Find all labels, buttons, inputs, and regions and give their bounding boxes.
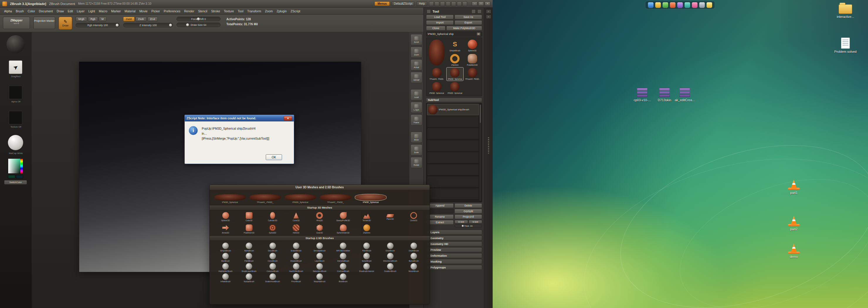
tray-drag-handle[interactable] [488,137,489,154]
subtool-empty-slot[interactable] [427,176,479,187]
alpha-selector[interactable] [9,86,22,99]
ok-button[interactable]: OK [266,154,282,160]
rgb-intensity-slider[interactable]: Rgb Intensity 100 [76,23,120,27]
brush-item[interactable]: IntensityBrush [332,253,354,262]
menu-item[interactable]: Movie [139,9,148,13]
brush-item[interactable]: CloneBrush [261,253,284,262]
menu-item[interactable]: Draw [57,9,64,13]
recent-tool-item[interactable]: TPose#1_.PM3D_ [250,194,281,203]
zsub-button[interactable]: Zsub [135,17,147,22]
menu-item[interactable]: Tool [238,9,243,13]
help-button[interactable]: Help [416,1,427,6]
titlebar-icon[interactable] [429,1,434,6]
brush-item[interactable]: BlobBrush [332,273,354,282]
dock-icon[interactable] [662,2,668,8]
mesh-item[interactable]: Plane3D [379,212,401,221]
make-polymesh3d-button[interactable]: Make PolyMesh3D [446,26,482,31]
main-color-swatch[interactable] [8,175,15,178]
brush-item[interactable]: MRGBZGrabber [332,243,354,252]
desktop-icon-demo[interactable]: demo [783,243,804,259]
menu-item[interactable]: Zplugin [277,9,286,13]
slider-knob[interactable] [116,24,119,27]
dock-icon[interactable] [699,2,705,8]
brush-item[interactable]: EraserBrush [285,243,307,252]
desktop-icon-ak-edit-archive[interactable]: ak_editCrea... [674,88,695,102]
menu-item[interactable]: Edit [68,9,73,13]
brush-item[interactable]: SingleLayerBrush [238,263,260,272]
brush-item[interactable]: LayerBrush [309,253,331,262]
color-gradient[interactable] [8,159,20,173]
focal-shift-slider[interactable]: Focal Shift 0 [177,17,220,21]
s-smt-toggle[interactable]: S Smt [469,220,482,223]
mesh-item[interactable]: Sphereinder3D [332,224,354,234]
subtool-empty-slot[interactable] [427,152,479,163]
desktop-icon-d713skin-archive[interactable]: D713skin [654,88,675,102]
mesh-item[interactable]: Arrow3D [214,224,237,234]
brush-item[interactable]: BumpBrush [403,253,425,262]
palette-section[interactable]: ▸ Geometry [426,236,482,241]
export-button[interactable]: Export [455,20,482,25]
brush-item[interactable]: ShadedBrush [285,253,307,262]
menu-item[interactable]: Light [88,9,95,13]
palette-section[interactable]: ▸ Geometry HD [426,241,482,246]
dock-icon[interactable] [670,2,676,8]
load-tool-button[interactable]: Load Tool [426,15,454,19]
palette-section[interactable]: ▸ Layers [426,230,482,235]
recent-tool-item[interactable]: \PM3D_Spherical [355,194,386,203]
mesh-item[interactable]: Cone3D [285,212,307,221]
dialog-close-icon[interactable]: ✕ [284,116,292,121]
palette-dock-icon[interactable] [471,9,476,13]
draw-mode-button[interactable]: ✎ Draw [59,17,72,30]
tool-palette-header[interactable]: Tool [426,9,482,14]
mesh-item[interactable]: Cube3D [238,212,260,221]
right-shelf-button[interactable]: AAHalf [410,72,422,83]
brush-item[interactable]: SaturationBrush [309,263,331,272]
subtool-empty-slot[interactable] [427,116,479,127]
tool-thumbnail[interactable]: \PM3D_Spherical [446,82,463,95]
color-picker[interactable] [8,158,23,174]
mesh-item[interactable]: Gear3D [309,224,331,234]
menu-item[interactable]: Marker [111,9,121,13]
brush-item[interactable]: InflateBrush [214,273,237,282]
maximize-button[interactable]: □ [478,1,484,6]
slider-knob[interactable] [197,17,200,21]
brush-item[interactable]: PinchBrush [285,273,307,282]
tool-thumbnail[interactable]: TPose#1_PM3D. [428,67,446,81]
grpsplit-button[interactable]: GrpSplit [455,209,482,214]
desktop-icon-part2[interactable]: part2 [783,216,804,231]
tool-thumbnail[interactable]: \PM3D_Spherical [428,82,446,95]
mesh-item[interactable]: Sphere3D [214,212,237,221]
menu-item[interactable]: Preferences [164,9,180,13]
right-shelf-button[interactable]: Actual [410,59,422,70]
restore-config-button[interactable]: R [476,32,480,36]
brush-item[interactable]: GradientBrush [379,263,401,272]
subtool-empty-slot[interactable] [427,128,479,139]
brush-item[interactable]: SnakeHookBrush [261,273,284,282]
brush-item[interactable]: HighlighterBrush [214,263,237,272]
slider-knob[interactable] [462,225,464,227]
menus-toggle-button[interactable]: Menus [374,1,390,6]
subtool-empty-slot[interactable] [427,140,479,151]
menu-item[interactable]: Color [28,9,35,13]
brush-item[interactable]: ShadingEnhancer [355,263,378,272]
extract-button[interactable]: Extract [426,220,454,225]
rename-button[interactable]: Rename [426,214,454,219]
brush-item[interactable]: NoiseBrush [355,253,378,262]
save-as-button[interactable]: Save As [455,15,482,19]
tool-thumbnail[interactable]: PolyMesh3D [464,53,481,67]
tool-thumbnail[interactable]: S SimpleBrush [446,39,463,53]
brush-item[interactable]: GlowBrush [379,243,401,252]
desktop-icon-part1[interactable]: part1 [783,180,804,195]
brush-item[interactable]: MorphBrush [403,263,425,272]
dock-icon[interactable] [684,2,690,8]
z-intensity-slider[interactable]: Z Intensity 100 [123,23,173,27]
zmapper-button[interactable]: ZMapper rev-E [3,17,30,29]
brush-item[interactable]: HueShifterBrush [285,263,307,272]
menu-item[interactable]: Texture [224,9,234,13]
mesh-item[interactable]: Terrain3D [355,212,378,221]
import-button[interactable]: Import [426,20,454,25]
palette-section[interactable]: ▸ Masking [426,259,482,264]
zbrush-titlebar[interactable]: ZBrush 3.1[Angelblade] ZBrush Document M… [0,0,493,8]
menu-item[interactable]: Zoom [265,9,273,13]
thick-slider[interactable]: Thick .03 [455,224,482,227]
